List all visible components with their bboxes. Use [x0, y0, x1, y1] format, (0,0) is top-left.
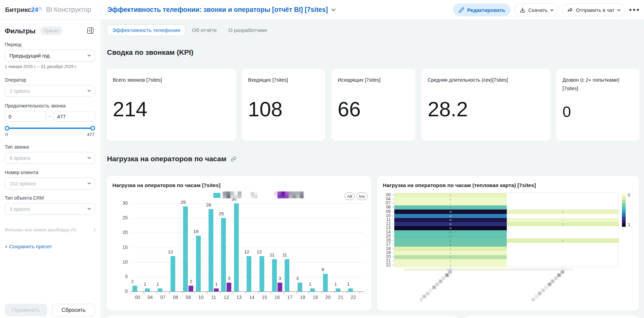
bar-teal[interactable]	[323, 274, 328, 291]
heatmap-cell[interactable]: 12	[394, 205, 507, 210]
filter-operator: Оператор 2 options	[0, 77, 101, 97]
link-icon[interactable]	[231, 155, 236, 164]
bar-x-tick-label: 08	[171, 295, 180, 300]
bar-purple[interactable]	[214, 288, 219, 291]
client-number-select[interactable]: 102 options	[5, 178, 95, 189]
slider-handle-min[interactable]	[5, 126, 10, 131]
bar-value-label: 1	[141, 282, 149, 287]
heatmap-cell[interactable]: 19	[394, 214, 507, 218]
bar-purple[interactable]	[227, 283, 231, 291]
colorbar-bottom-label: 1	[628, 222, 630, 227]
bar-value-label: 1	[306, 282, 315, 287]
report-title-dropdown[interactable]: Эффективность телефонии: звонки и операт…	[107, 6, 334, 14]
reset-button[interactable]: Сбросить	[52, 304, 95, 316]
kpi-card: Входящих [7sites]108	[242, 69, 325, 141]
bar-axis-tick	[246, 291, 246, 294]
bar-teal[interactable]	[196, 236, 201, 291]
heatmap-cell-value: 1	[450, 202, 451, 204]
heatmap-row-label: 22	[380, 263, 391, 267]
apply-button[interactable]: Применить	[5, 304, 47, 316]
tab-telephony-efficiency[interactable]: Эффективность телефонии	[107, 24, 185, 36]
slider-handle-max[interactable]	[90, 126, 95, 131]
duration-min-input[interactable]	[5, 111, 47, 122]
chevron-down-icon	[88, 181, 91, 184]
heatmap-cell[interactable]: 1	[394, 201, 507, 206]
bar-teal[interactable]	[298, 283, 302, 291]
chevron-down-icon	[332, 7, 336, 11]
edit-button[interactable]: Редактировать	[453, 3, 511, 16]
collapse-sidebar-icon[interactable]	[87, 27, 94, 35]
heatmap-cell[interactable]: 6	[394, 255, 507, 260]
duration-max-input[interactable]	[53, 111, 95, 122]
heatmap-cell[interactable]: 29	[394, 210, 507, 214]
bar-teal[interactable]	[247, 256, 251, 291]
outer-filters-link[interactable]: Фильтры вне рамок дашборда (0)	[0, 227, 101, 232]
heatmap-cell[interactable]: 12	[394, 230, 507, 235]
heatmap-cell[interactable]: 1	[394, 259, 507, 264]
legend-swatch-series1[interactable]	[213, 193, 220, 198]
heatmap-cell[interactable]: 25	[394, 222, 507, 227]
heatmap-cell[interactable]: 12	[394, 234, 507, 239]
heatmap-cell[interactable]: 2	[394, 193, 507, 198]
heatmap-cell[interactable]: 1	[507, 218, 619, 222]
heatmap-row-tick	[392, 207, 394, 207]
next-row-card-left	[107, 316, 458, 318]
bar-teal[interactable]	[234, 203, 239, 291]
bar-x-tick-label: 00	[133, 295, 142, 300]
bar-value-label: 29	[179, 200, 187, 205]
bar-value-label: 11	[268, 252, 276, 257]
tab-about-report[interactable]: Об отчёте	[187, 24, 222, 36]
bar-purple[interactable]	[189, 286, 193, 291]
bar-teal[interactable]	[336, 288, 340, 291]
heatmap-cell[interactable]: 1	[394, 251, 507, 255]
heatmap-cell[interactable]: 1	[394, 263, 507, 268]
heatmap-cell[interactable]: 3	[394, 247, 507, 251]
bar-teal[interactable]	[310, 288, 315, 291]
bar-x-tick-label: 22	[348, 295, 358, 300]
bar-axis-tick	[131, 291, 131, 294]
heatmap-cell[interactable]: 3	[507, 238, 619, 243]
heatmap-cell[interactable]: 30	[394, 226, 507, 231]
filter-crm-object-type: Тип объекта CRM 3 options	[0, 195, 101, 215]
kpi-card: Дозвон (с 2+ попытками) [7sites]0	[556, 69, 640, 141]
duration-slider[interactable]	[5, 126, 94, 131]
bar-purple[interactable]	[278, 283, 282, 291]
bar-teal[interactable]	[272, 259, 277, 291]
call-type-select[interactable]: 6 options	[5, 152, 95, 164]
download-button[interactable]: Скачать	[514, 3, 558, 16]
heatmap-cell[interactable]: 28	[394, 218, 507, 222]
period-select[interactable]: Предыдущий год	[5, 50, 95, 62]
bar-teal[interactable]	[260, 256, 264, 291]
crm-object-type-select[interactable]: 3 options	[5, 203, 95, 215]
heatmap-cell[interactable]: 1	[394, 197, 507, 202]
bar-x-tick-label: 21	[336, 295, 345, 300]
kpi-card: Исходящих [7sites]66	[332, 69, 415, 141]
bar-y-tick-label: 20	[114, 230, 128, 235]
bar-teal[interactable]	[145, 288, 150, 291]
heatmap-cell-value: 2	[450, 194, 451, 196]
legend-inv-button[interactable]: Inv	[356, 193, 368, 200]
heatmap-cell[interactable]: 11	[394, 238, 507, 243]
bar-teal[interactable]	[132, 286, 137, 291]
legend-all-button[interactable]: All	[344, 193, 355, 200]
more-actions-button[interactable]	[629, 9, 640, 11]
bar-x-tick-label: 13	[234, 295, 244, 300]
save-preset-link[interactable]: + Сохранить пресет	[5, 244, 95, 249]
report-title: Эффективность телефонии: звонки и операт…	[107, 6, 328, 14]
heatmap-cell[interactable]: 11	[394, 242, 507, 247]
heatmap-cell[interactable]: 2	[507, 210, 619, 214]
bar-value-label: 2	[128, 279, 137, 284]
bar-teal[interactable]	[171, 256, 175, 291]
bar-teal[interactable]	[209, 209, 213, 291]
heatmap-cell[interactable]: 3	[507, 222, 619, 227]
bar-teal[interactable]	[285, 259, 289, 291]
operator-select[interactable]: 2 options	[5, 85, 95, 97]
bitrix24-logo[interactable]: Битрикс24◷ BI Конструктор	[5, 6, 91, 14]
bar-value-label: 1	[331, 282, 340, 287]
tab-about-developer[interactable]: О разработчике	[223, 24, 272, 36]
preset-badge[interactable]: Пресет	[40, 27, 62, 35]
bar-value-label: 1	[153, 282, 162, 287]
bar-teal[interactable]	[158, 288, 162, 291]
send-to-chat-button[interactable]: Отправить в чат	[562, 3, 625, 16]
bar-teal[interactable]	[348, 288, 353, 291]
